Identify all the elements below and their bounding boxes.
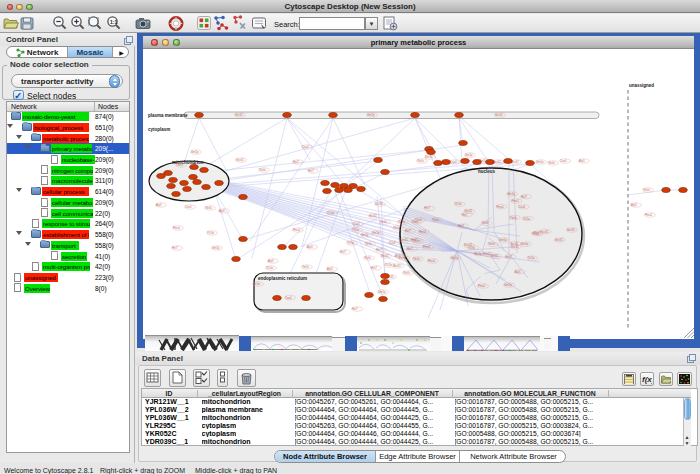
svg-text:Atp5: Atp5: [156, 203, 162, 207]
svg-text:Sec61: Sec61: [400, 238, 408, 242]
svg-text:Ybr0c: Ybr0c: [643, 188, 651, 192]
svg-text:Pma1: Pma1: [399, 256, 407, 260]
svg-text:Ybr0c: Ybr0c: [488, 242, 496, 246]
svg-text:Ybr0c: Ybr0c: [259, 168, 267, 172]
svg-text:endoplasmic reticulum: endoplasmic reticulum: [258, 276, 307, 281]
svg-text:unassigned: unassigned: [629, 83, 654, 88]
svg-text:Atp5: Atp5: [219, 209, 225, 213]
svg-text:Hxt7: Hxt7: [411, 238, 417, 242]
svg-text:Sec61: Sec61: [495, 113, 503, 117]
svg-text:Ybr0c: Ybr0c: [412, 220, 420, 224]
svg-text:Hxt7: Hxt7: [293, 160, 299, 164]
svg-text:Ybr0c: Ybr0c: [205, 206, 213, 210]
svg-text:Ylr2w: Ylr2w: [266, 266, 274, 270]
svg-text:Atp5: Atp5: [515, 270, 521, 274]
svg-text:Ylr2w: Ylr2w: [253, 282, 261, 286]
svg-text:Hxt7: Hxt7: [407, 247, 413, 251]
svg-text:Gm1p: Gm1p: [521, 242, 529, 246]
svg-text:Cox4: Cox4: [353, 222, 360, 226]
svg-text:plasma membrane: plasma membrane: [148, 113, 188, 118]
svg-text:Cox4: Cox4: [285, 296, 292, 300]
svg-text:Gm1p: Gm1p: [465, 153, 473, 157]
svg-text:Ybr0c: Ybr0c: [393, 226, 401, 230]
svg-text:Pma1: Pma1: [483, 252, 491, 256]
svg-text:Pma1: Pma1: [645, 213, 653, 217]
svg-text:Gm1p: Gm1p: [499, 238, 507, 242]
svg-text:f(x): f(x): [642, 375, 652, 384]
svg-text:Ybr0c: Ybr0c: [510, 216, 518, 220]
svg-text:Cox4: Cox4: [302, 145, 309, 149]
svg-text:Hxt7: Hxt7: [506, 255, 512, 259]
svg-text:Cox4: Cox4: [389, 241, 396, 245]
svg-text:Gm1p: Gm1p: [212, 246, 220, 250]
svg-text:Ybr0c: Ybr0c: [413, 257, 421, 261]
svg-text:Ybr0c: Ybr0c: [482, 221, 490, 225]
svg-text:Pma1: Pma1: [512, 199, 520, 203]
svg-text:Ylr2w: Ylr2w: [327, 211, 335, 215]
svg-text:Hxt7: Hxt7: [424, 206, 430, 210]
svg-text:Gm1p: Gm1p: [361, 233, 369, 237]
svg-text:Pma1: Pma1: [173, 226, 181, 230]
svg-text:Sec61: Sec61: [425, 155, 433, 159]
svg-text:Gm1p: Gm1p: [191, 150, 199, 154]
svg-text:Atp5: Atp5: [631, 203, 637, 207]
svg-text:Hxt7: Hxt7: [308, 169, 314, 173]
svg-text:Pma1: Pma1: [497, 205, 505, 209]
svg-text:Hxt7: Hxt7: [458, 224, 464, 228]
svg-text:Cox4: Cox4: [185, 205, 192, 209]
svg-text:Gm1p: Gm1p: [536, 160, 544, 164]
svg-text:Pma1: Pma1: [293, 228, 301, 232]
svg-text:Ybr0c: Ybr0c: [548, 161, 556, 165]
svg-text:Sec61: Sec61: [369, 214, 377, 218]
svg-text:Pma1: Pma1: [533, 231, 541, 235]
svg-text:1:1: 1:1: [110, 19, 117, 25]
svg-text:Gm1p: Gm1p: [372, 231, 380, 235]
svg-text:Pma1: Pma1: [428, 259, 436, 263]
svg-text:Atp5: Atp5: [307, 245, 313, 249]
svg-text:Sec61: Sec61: [511, 245, 519, 249]
svg-text:Ylr2w: Ylr2w: [207, 231, 215, 235]
svg-text:Gm1p: Gm1p: [504, 283, 512, 287]
svg-text:Sec61: Sec61: [235, 113, 243, 117]
svg-text:Cox4: Cox4: [450, 160, 457, 164]
svg-text:Atp5: Atp5: [327, 267, 333, 271]
svg-text:nucleus: nucleus: [478, 169, 496, 174]
svg-text:Pma1: Pma1: [478, 284, 486, 288]
svg-text:Gm1p: Gm1p: [474, 252, 482, 256]
svg-text:Ybr0c: Ybr0c: [364, 256, 372, 260]
svg-text:Gm1p: Gm1p: [378, 290, 386, 294]
svg-text:Sec61: Sec61: [236, 158, 244, 162]
svg-text:Atp5: Atp5: [579, 159, 585, 163]
svg-text:Ybr0c: Ybr0c: [365, 242, 373, 246]
svg-text:Hxt7: Hxt7: [371, 266, 377, 270]
svg-text:Cox4: Cox4: [519, 205, 526, 209]
svg-text:Ylr2w: Ylr2w: [528, 256, 536, 260]
svg-text:Cox4: Cox4: [560, 159, 567, 163]
svg-text:Atp5: Atp5: [268, 259, 274, 263]
svg-text:Ybr0c: Ybr0c: [176, 163, 184, 167]
svg-text:Sec61: Sec61: [381, 254, 389, 258]
svg-text:Hxt7: Hxt7: [352, 307, 358, 311]
svg-text:Sec61: Sec61: [375, 202, 383, 206]
svg-text:Pma1: Pma1: [423, 245, 431, 249]
svg-text:Ybr0c: Ybr0c: [432, 218, 440, 222]
svg-text:Gm1p: Gm1p: [451, 256, 459, 260]
svg-text:Ybr0c: Ybr0c: [417, 159, 425, 163]
svg-text:Ylr2w: Ylr2w: [398, 220, 406, 224]
svg-text:Ylr2w: Ylr2w: [523, 217, 531, 221]
svg-text:Ybr0c: Ybr0c: [403, 271, 411, 275]
svg-text:Hxt7: Hxt7: [405, 229, 411, 233]
svg-text:Ylr2w: Ylr2w: [352, 228, 360, 232]
svg-text:cytoplasm: cytoplasm: [148, 127, 170, 132]
svg-text:Gm1p: Gm1p: [507, 192, 515, 196]
svg-text:Sec61: Sec61: [464, 209, 472, 213]
svg-text:Sec61: Sec61: [555, 238, 563, 242]
svg-text:Ybr0c: Ybr0c: [380, 220, 388, 224]
svg-text:Sec61: Sec61: [464, 243, 472, 247]
svg-text:Hxt7: Hxt7: [376, 248, 382, 252]
svg-text:Sec61: Sec61: [393, 264, 401, 268]
svg-text:Ylr2w: Ylr2w: [385, 263, 393, 267]
svg-text:Ylr2w: Ylr2w: [455, 202, 463, 206]
svg-text:Hxt7: Hxt7: [521, 195, 527, 199]
svg-text:Ybr0c: Ybr0c: [302, 265, 310, 269]
